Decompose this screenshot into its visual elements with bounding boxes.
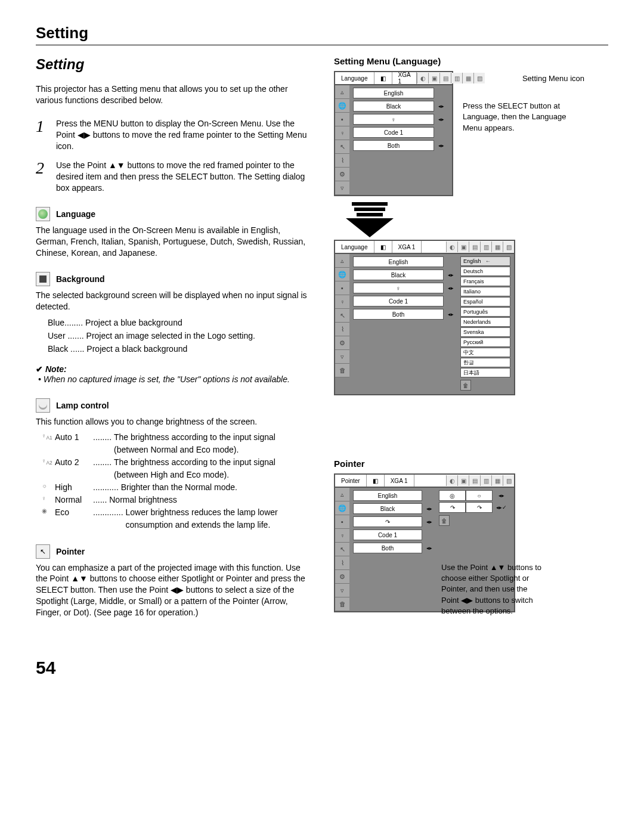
step-number: 1: [36, 118, 56, 152]
background-text: The selected background screen will be d…: [36, 290, 310, 312]
menu-top-label: Pointer: [335, 475, 367, 487]
nav-arrows-icon: ◂▸: [444, 272, 458, 278]
language-list: English ← Deutsch Français Italiano Espa…: [460, 256, 510, 391]
menu-value: Both: [353, 543, 422, 553]
page-number: 54: [36, 658, 608, 678]
nav-arrows-icon: ◂▸: [434, 143, 448, 148]
menu-value: Both: [353, 309, 444, 320]
left-column: Setting This projector has a Setting men…: [36, 56, 310, 622]
nav-arrows-icon: ◂▸: [422, 519, 436, 525]
menu-value: Both: [353, 140, 434, 151]
lamp-high-icon: ☼: [42, 481, 55, 490]
lamp-eco-icon: ◉: [42, 506, 55, 515]
intro-text: This projector has a Setting menu that a…: [36, 83, 310, 106]
lang-option: English ←: [460, 256, 510, 266]
background-title: Background: [56, 274, 105, 284]
menu-icon: ▧: [503, 475, 514, 486]
lang-option: Nederlands: [460, 317, 510, 327]
lamp-icon: ♀: [335, 529, 349, 543]
spotlight-icon: ◎: [439, 490, 466, 501]
nav-arrows-icon: ◂▸✓: [493, 502, 510, 513]
menu-icon: ▥: [480, 241, 491, 252]
menu-value: Black: [353, 503, 422, 514]
lamp-title: Lamp control: [56, 401, 109, 410]
pointer-shape-icon: ↷: [439, 502, 466, 513]
background-heading: Background: [36, 272, 310, 286]
up-arrow-icon: ▵: [335, 488, 349, 501]
step-2: 2 Use the Point ▲▼ buttons to move the r…: [36, 160, 310, 194]
lamp-auto1-icon: ♀A1: [42, 431, 55, 441]
trash-icon: 🗑: [335, 597, 349, 611]
globe-icon: 🌐: [335, 501, 349, 515]
right-lang-title: Setting Menu (Language): [334, 56, 584, 66]
lang-option: Español: [460, 297, 510, 306]
language-text: The language used in the On-Screen Menu …: [36, 225, 310, 259]
trash-icon: 🗑: [335, 364, 349, 377]
trash-icon: 🗑: [439, 515, 450, 526]
step-body: Press the MENU button to display the On-…: [56, 118, 310, 152]
remote-icon: ⌇: [335, 154, 349, 168]
bg-icon: ▪: [335, 281, 349, 295]
ptr-icon: ↖: [335, 309, 349, 323]
menu-icon: ▤: [469, 475, 480, 486]
globe-icon: 🌐: [335, 99, 349, 113]
background-defs: Blue........ Project a blue background U…: [48, 316, 310, 356]
trash-icon: 🗑: [460, 380, 471, 391]
background-icon: [36, 272, 50, 286]
menu-icon: ▧: [503, 241, 514, 252]
menu-value: English: [353, 256, 444, 267]
section-title: Setting: [36, 56, 310, 73]
nav-arrows-icon: ◂▸: [444, 311, 458, 317]
lang-option: 한글: [460, 358, 510, 367]
lang-option: Italiano: [460, 287, 510, 296]
pointer-icon: ↖: [36, 544, 50, 559]
nav-arrows-icon: ◂▸: [493, 490, 510, 501]
note-heading: Note:: [36, 364, 310, 374]
step-1: 1 Press the MENU button to display the O…: [36, 118, 310, 152]
lamp-list: ♀A1Auto 1 ........ The brightness accord…: [42, 431, 310, 531]
lamp-text: This function allows you to change brigh…: [36, 416, 310, 428]
divider: [36, 45, 608, 45]
pointer-heading: ↖ Pointer: [36, 544, 310, 559]
note-text: • When no captured image is set, the "Us…: [38, 374, 310, 385]
globe-icon: [36, 207, 50, 221]
menu-mode-icon: ◧: [374, 72, 392, 84]
nav-arrows-icon: ◂▸: [434, 116, 448, 122]
menu-icon: ▣: [457, 241, 469, 252]
bg-icon: ▪: [335, 515, 349, 529]
up-arrow-icon: ▵: [335, 85, 349, 99]
lang-option: Português: [460, 307, 510, 317]
step-body: Use the Point ▲▼ buttons to move the red…: [56, 160, 310, 194]
pointer-title: Pointer: [56, 547, 85, 556]
ptr-icon: ↖: [335, 543, 349, 556]
menu-icon: ▤: [439, 73, 451, 83]
menu-icon: ◐: [446, 241, 457, 252]
down-arrow-icon: ▿: [335, 181, 349, 195]
step-number: 2: [36, 160, 56, 194]
down-arrow-icon: ▿: [335, 584, 349, 597]
lang-option: Русский: [460, 337, 510, 347]
menu-icon: ▤: [469, 241, 480, 252]
lamp-normal-icon: ♀: [42, 494, 55, 503]
flow-arrow-icon: [352, 202, 388, 237]
menu-value: English: [353, 88, 434, 98]
lang-option: Français: [460, 277, 510, 286]
language-heading: Language: [36, 207, 310, 221]
menu-value: Black: [353, 270, 444, 280]
menu-xga-label: XGA 1: [392, 72, 417, 84]
menu-icon: ▣: [428, 73, 439, 83]
nav-arrows-icon: ◂▸: [422, 506, 436, 512]
menu-icon: ◐: [417, 73, 428, 83]
lamp-icon: ♀: [335, 126, 349, 140]
menu-top-label: Language: [335, 72, 374, 84]
menu-value: ♀: [353, 114, 434, 125]
page-header: Setting: [36, 24, 608, 42]
nav-arrows-icon: ◂▸: [434, 103, 448, 109]
menu-top-label: Language: [335, 241, 374, 253]
setting-menu-1: Language ◧ XGA 1 ◐ ▣ ▤ ▥ ▦ ▧: [334, 71, 453, 196]
remote-icon: ⌇: [335, 556, 349, 570]
menu-xga-label: XGA 1: [385, 475, 414, 487]
menu-value: Black: [353, 101, 434, 112]
language-title: Language: [56, 209, 95, 219]
menu-icon: ▣: [457, 475, 469, 486]
